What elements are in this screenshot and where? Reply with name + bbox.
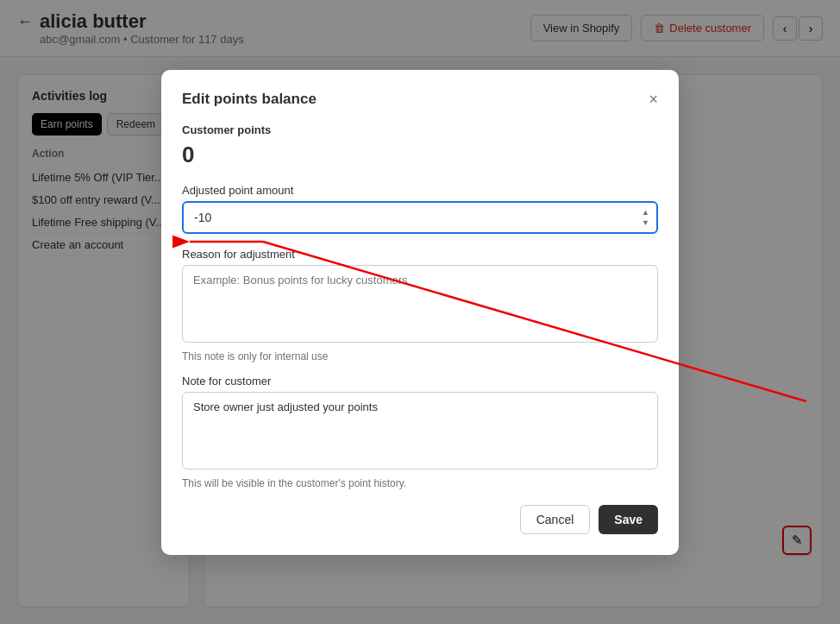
reason-label: Reason for adjustment — [182, 248, 658, 261]
page-background: ← alicia butter abc@gmail.com • Customer… — [0, 0, 840, 624]
modal-close-button[interactable]: × — [649, 91, 658, 107]
spinner-down-button[interactable]: ▼ — [640, 217, 651, 227]
adjusted-point-input[interactable] — [182, 201, 658, 234]
modal-title: Edit points balance — [182, 91, 317, 108]
cancel-button[interactable]: Cancel — [520, 505, 591, 534]
note-label: Note for customer — [182, 375, 658, 388]
adjusted-point-label: Adjusted point amount — [182, 184, 658, 197]
save-button[interactable]: Save — [599, 505, 658, 534]
reason-textarea[interactable] — [182, 265, 658, 343]
modal-header: Edit points balance × — [182, 91, 658, 108]
modal-footer: Cancel Save — [182, 505, 658, 534]
customer-points-value: 0 — [182, 142, 658, 168]
customer-points-label: Customer points — [182, 123, 658, 136]
edit-points-modal: Edit points balance × Customer points 0 … — [161, 70, 679, 555]
adjusted-point-wrapper: ▲ ▼ — [182, 201, 658, 234]
reason-hint: This note is only for internal use — [182, 350, 658, 362]
note-hint: This will be visible in the customer's p… — [182, 477, 658, 489]
note-textarea[interactable]: Store owner just adjusted your points — [182, 392, 658, 470]
spinner-buttons: ▲ ▼ — [640, 207, 651, 227]
spinner-up-button[interactable]: ▲ — [640, 207, 651, 217]
